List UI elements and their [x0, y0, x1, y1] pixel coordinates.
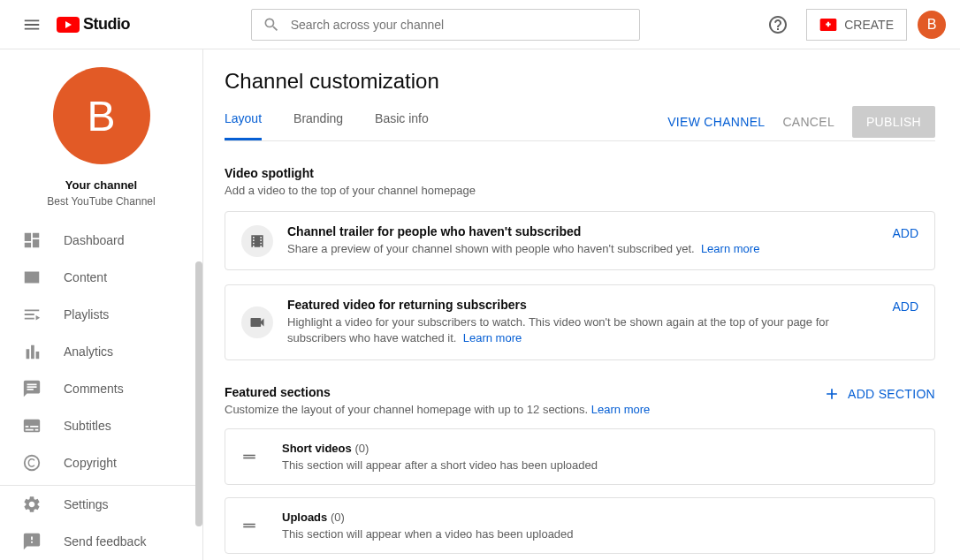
- view-channel-link[interactable]: VIEW CHANNEL: [667, 115, 765, 129]
- body: B Your channel Best YouTube Channel Dash…: [0, 49, 960, 560]
- sidebar: B Your channel Best YouTube Channel Dash…: [0, 49, 203, 560]
- drag-handle-icon[interactable]: [241, 449, 257, 465]
- sidebar-item-feedback[interactable]: Send feedback: [0, 523, 202, 560]
- channel-name: Best YouTube Channel: [0, 195, 202, 208]
- video-icon: [241, 306, 273, 338]
- tab-branding[interactable]: Branding: [293, 111, 343, 140]
- scrollbar[interactable]: [195, 261, 202, 526]
- card-body: Channel trailer for people who haven't s…: [287, 224, 878, 257]
- sidebar-item-content[interactable]: Content: [0, 259, 202, 296]
- item-title: Uploads (0): [282, 511, 918, 524]
- section-title: Featured sections: [225, 385, 650, 399]
- create-button[interactable]: CREATE: [806, 9, 907, 41]
- sidebar-item-label: Playlists: [64, 307, 109, 322]
- search-input[interactable]: [291, 18, 629, 32]
- card-desc: Share a preview of your channel shown wi…: [287, 241, 878, 257]
- comments-icon: [21, 378, 42, 399]
- cancel-button[interactable]: CANCEL: [782, 115, 834, 129]
- analytics-icon: [21, 341, 42, 362]
- item-body: Short videos (0) This section will appea…: [282, 442, 918, 472]
- card-title: Featured video for returning subscribers: [287, 298, 878, 312]
- main-content: Channel customization Layout Branding Ba…: [203, 49, 960, 560]
- nav-list: Dashboard Content Playlists Analytics Co…: [0, 222, 202, 485]
- hamburger-icon: [22, 15, 42, 34]
- item-desc: This section will appear when a video ha…: [282, 527, 918, 541]
- create-icon: [819, 19, 837, 31]
- add-featured-button[interactable]: ADD: [892, 299, 918, 314]
- sidebar-item-dashboard[interactable]: Dashboard: [0, 222, 202, 259]
- sidebar-item-label: Copyright: [64, 456, 117, 470]
- section-subtitle: Customize the layout of your channel hom…: [225, 403, 650, 416]
- sidebar-item-subtitles[interactable]: Subtitles: [0, 407, 202, 444]
- sidebar-item-label: Comments: [64, 382, 124, 396]
- page-title: Channel customization: [225, 69, 935, 94]
- section-item-uploads: Uploads (0) This section will appear whe…: [225, 497, 935, 554]
- featured-video-card: Featured video for returning subscribers…: [225, 284, 935, 359]
- sidebar-item-playlists[interactable]: Playlists: [0, 296, 202, 333]
- video-spotlight-section: Video spotlight Add a video to the top o…: [225, 166, 935, 360]
- gear-icon: [21, 494, 42, 515]
- featured-sections: Featured sections Customize the layout o…: [225, 385, 935, 554]
- your-channel-label: Your channel: [0, 178, 202, 192]
- learn-more-link[interactable]: Learn more: [701, 242, 759, 255]
- add-section-button[interactable]: ADD SECTION: [823, 385, 935, 403]
- drag-handle-icon[interactable]: [241, 518, 257, 534]
- plus-icon: [823, 385, 841, 403]
- section-title: Video spotlight: [225, 166, 935, 180]
- menu-button[interactable]: [14, 7, 50, 42]
- sidebar-item-label: Dashboard: [64, 233, 125, 247]
- learn-more-link[interactable]: Learn more: [591, 403, 650, 416]
- film-icon: [241, 225, 273, 257]
- card-desc: Highlight a video for your subscribers t…: [287, 314, 878, 346]
- tab-layout[interactable]: Layout: [225, 111, 262, 140]
- dashboard-icon: [21, 230, 42, 251]
- tabs-row: Layout Branding Basic info VIEW CHANNEL …: [225, 111, 935, 141]
- help-icon: [767, 14, 789, 35]
- tabs: Layout Branding Basic info: [225, 111, 429, 140]
- account-avatar[interactable]: B: [918, 11, 946, 39]
- copyright-icon: [21, 452, 42, 473]
- tab-actions: VIEW CHANNEL CANCEL PUBLISH: [667, 106, 935, 138]
- section-item-short-videos: Short videos (0) This section will appea…: [225, 428, 935, 485]
- feedback-icon: [21, 531, 42, 552]
- search-wrap: [130, 9, 760, 41]
- help-button[interactable]: [760, 7, 796, 42]
- search-box[interactable]: [251, 9, 640, 41]
- section-subtitle: Add a video to the top of your channel h…: [225, 184, 935, 197]
- sidebar-item-label: Analytics: [64, 344, 113, 359]
- add-trailer-button[interactable]: ADD: [892, 226, 918, 240]
- card-title: Channel trailer for people who haven't s…: [287, 224, 878, 238]
- sidebar-item-label: Send feedback: [64, 534, 146, 549]
- youtube-icon: [57, 17, 80, 33]
- sidebar-item-settings[interactable]: Settings: [0, 486, 202, 523]
- logo-text: Studio: [83, 15, 130, 34]
- channel-info: B Your channel Best YouTube Channel: [0, 49, 202, 222]
- sidebar-item-label: Settings: [64, 497, 109, 511]
- create-label: CREATE: [844, 18, 894, 32]
- channel-avatar[interactable]: B: [53, 67, 150, 164]
- item-count: (0): [331, 511, 345, 524]
- tab-basic-info[interactable]: Basic info: [375, 111, 429, 140]
- item-desc: This section will appear after a short v…: [282, 458, 918, 472]
- content-icon: [21, 267, 42, 288]
- item-count: (0): [354, 442, 369, 455]
- app-header: Studio CREATE B: [0, 0, 960, 49]
- publish-button[interactable]: PUBLISH: [852, 106, 935, 138]
- card-body: Featured video for returning subscribers…: [287, 298, 878, 346]
- item-title: Short videos (0): [282, 442, 918, 455]
- item-body: Uploads (0) This section will appear whe…: [282, 511, 918, 541]
- search-icon: [263, 16, 280, 34]
- sidebar-bottom: Settings Send feedback: [0, 485, 202, 560]
- trailer-card: Channel trailer for people who haven't s…: [225, 211, 935, 270]
- learn-more-link[interactable]: Learn more: [463, 331, 522, 344]
- sidebar-item-copyright[interactable]: Copyright: [0, 444, 202, 481]
- sidebar-item-comments[interactable]: Comments: [0, 370, 202, 407]
- sidebar-item-analytics[interactable]: Analytics: [0, 333, 202, 370]
- sidebar-item-label: Content: [64, 270, 107, 284]
- svg-point-1: [25, 456, 40, 471]
- playlists-icon: [21, 304, 42, 325]
- sidebar-item-label: Subtitles: [64, 419, 111, 433]
- section-header: Featured sections Customize the layout o…: [225, 385, 935, 416]
- logo[interactable]: Studio: [57, 15, 130, 34]
- subtitles-icon: [21, 415, 42, 436]
